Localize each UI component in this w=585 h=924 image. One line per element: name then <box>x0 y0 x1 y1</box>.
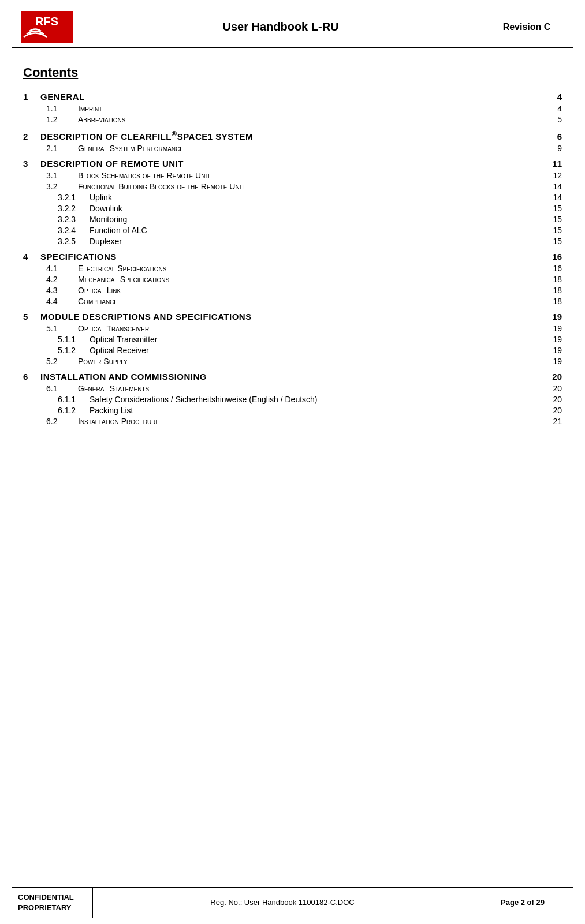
toc-sub2-num-3-2-2: 3.2.2 <box>58 204 90 213</box>
toc-section-1: 1 GENERAL 4 1.1 Imprint 4 1.2 Abbreviati… <box>23 92 562 124</box>
toc-sub-page-5-2: 19 <box>545 357 562 366</box>
confidential-label: CONFIDENTIAL <box>18 892 87 903</box>
toc-sub2-5-1-2: 5.1.2 Optical Receiver 19 <box>23 346 562 355</box>
toc-label-5: MODULE DESCRIPTIONS AND SPECIFICATIONS <box>40 312 545 321</box>
toc-page-2: 6 <box>545 132 562 141</box>
toc-sub-label-1-2: Abbreviations <box>78 115 545 124</box>
toc-sub-label-6-1: General Statements <box>78 384 545 393</box>
toc-num-2: 2 <box>23 132 40 141</box>
toc-sub-5-2: 5.2 Power Supply 19 <box>23 357 562 366</box>
revision-label: Revision C <box>480 6 573 47</box>
toc-sub2-num-6-1-1: 6.1.1 <box>58 395 90 404</box>
toc-sub-1-1: 1.1 Imprint 4 <box>23 104 562 113</box>
toc-sub2-6-1-1: 6.1.1 Safety Considerations / Sicherheit… <box>23 395 562 404</box>
toc-sub-label-5-2: Power Supply <box>78 357 545 366</box>
toc-sub2-3-2-2: 3.2.2 Downlink 15 <box>23 204 562 213</box>
toc-sub-num-4-4: 4.4 <box>46 297 78 306</box>
toc-sub-page-4-4: 18 <box>545 297 562 306</box>
toc-sub2-num-3-2-5: 3.2.5 <box>58 237 90 246</box>
toc-sub2-page-3-2-5: 15 <box>545 237 562 246</box>
toc-sub2-label-3-2-1: Uplink <box>90 193 545 202</box>
toc-sub2-5-1-1: 5.1.1 Optical Transmitter 19 <box>23 335 562 344</box>
toc-sub2-label-3-2-3: Monitoring <box>90 215 545 224</box>
toc-sub-page-4-3: 18 <box>545 286 562 295</box>
toc-sub2-6-1-2: 6.1.2 Packing List 20 <box>23 406 562 415</box>
toc-section-4: 4 SPECIFICATIONS 16 4.1 Electrical Speci… <box>23 252 562 306</box>
toc-sub-page-6-1: 20 <box>545 384 562 393</box>
toc-num-3: 3 <box>23 159 40 169</box>
toc-sub-num-4-2: 4.2 <box>46 275 78 284</box>
toc-sub-page-3-2: 14 <box>545 182 562 191</box>
toc-num-5: 5 <box>23 312 40 321</box>
toc-label-4: SPECIFICATIONS <box>40 252 545 261</box>
document-title: User Handbook L-RU <box>81 6 480 47</box>
toc-sub-page-3-1: 12 <box>545 171 562 180</box>
toc-sub2-page-5-1-2: 19 <box>545 346 562 355</box>
toc-sub2-3-2-4: 3.2.4 Function of ALC 15 <box>23 226 562 235</box>
toc-sub-label-3-2: Functional Building Blocks of the Remote… <box>78 182 545 191</box>
toc-sub2-page-3-2-4: 15 <box>545 226 562 235</box>
toc-sub2-label-3-2-5: Duplexer <box>90 237 545 246</box>
toc-sub2-num-6-1-2: 6.1.2 <box>58 406 90 415</box>
toc-sub2-label-6-1-2: Packing List <box>90 406 545 415</box>
toc-sub-num-3-2: 3.2 <box>46 182 78 191</box>
logo-container: RFS <box>12 6 81 47</box>
page-footer: CONFIDENTIAL PROPRIETARY Reg. No.: User … <box>12 887 573 918</box>
toc-sub2-page-6-1-1: 20 <box>545 395 562 404</box>
toc-sub-label-4-3: Optical Link <box>78 286 545 295</box>
toc-page-6: 20 <box>545 372 562 381</box>
toc-sub2-num-3-2-3: 3.2.3 <box>58 215 90 224</box>
toc-sub-num-4-1: 4.1 <box>46 264 78 273</box>
toc-label-6: INSTALLATION AND COMMISSIONING <box>40 372 545 381</box>
toc-sub2-3-2-3: 3.2.3 Monitoring 15 <box>23 215 562 224</box>
toc-num-6: 6 <box>23 372 40 381</box>
toc-sub2-label-5-1-1: Optical Transmitter <box>90 335 545 344</box>
toc-section-5: 5 MODULE DESCRIPTIONS AND SPECIFICATIONS… <box>23 312 562 366</box>
toc-sub-num-5-1: 5.1 <box>46 324 78 333</box>
toc-sub-4-4: 4.4 Compliance 18 <box>23 297 562 306</box>
toc-page-4: 16 <box>545 252 562 261</box>
toc-main-3: 3 DESCRIPTION OF REMOTE UNIT 11 <box>23 159 562 169</box>
toc-sub-page-1-1: 4 <box>545 104 562 113</box>
toc-sub2-num-5-1-1: 5.1.1 <box>58 335 90 344</box>
toc-sub-page-1-2: 5 <box>545 115 562 124</box>
toc-sub-num-6-2: 6.2 <box>46 417 78 426</box>
page-header: RFS User Handbook L-RU Revision C <box>12 6 573 48</box>
toc-sub-num-4-3: 4.3 <box>46 286 78 295</box>
toc-sub-3-1: 3.1 Block Schematics of the Remote Unit … <box>23 171 562 180</box>
proprietary-label: PROPRIETARY <box>18 903 87 913</box>
toc-sub-num-2-1: 2.1 <box>46 144 78 153</box>
toc-num-4: 4 <box>23 252 40 261</box>
toc-sub2-3-2-1: 3.2.1 Uplink 14 <box>23 193 562 202</box>
toc-sub-4-1: 4.1 Electrical Specifications 16 <box>23 264 562 273</box>
toc-sub2-page-6-1-2: 20 <box>545 406 562 415</box>
toc-sub-page-6-2: 21 <box>545 417 562 426</box>
toc-sub-num-1-2: 1.2 <box>46 115 78 124</box>
toc-sub2-page-3-2-3: 15 <box>545 215 562 224</box>
toc-sub2-label-3-2-4: Function of ALC <box>90 226 545 235</box>
toc-title: Contents <box>23 65 562 80</box>
toc-sub2-page-5-1-1: 19 <box>545 335 562 344</box>
toc-sub-2-1: 2.1 General System Performance 9 <box>23 144 562 153</box>
toc-page-3: 11 <box>545 159 562 169</box>
toc-main-2: 2 DESCRIPTION OF CLEARFILL®SPACE1 SYSTEM… <box>23 130 562 141</box>
toc-label-3: DESCRIPTION OF REMOTE UNIT <box>40 159 545 169</box>
footer-reg-no: Reg. No.: User Handbook 1100182-C.DOC <box>93 888 472 918</box>
toc-section-6: 6 INSTALLATION AND COMMISSIONING 20 6.1 … <box>23 372 562 426</box>
toc-sub-label-5-1: Optical Transceiver <box>78 324 545 333</box>
svg-text:RFS: RFS <box>35 15 58 28</box>
footer-page: Page 2 of 29 <box>472 888 573 918</box>
toc-page-5: 19 <box>545 312 562 321</box>
toc-page-1: 4 <box>545 92 562 102</box>
toc-sub-label-4-2: Mechanical Specifications <box>78 275 545 284</box>
toc-label-1: GENERAL <box>40 92 545 102</box>
toc-sub-6-1: 6.1 General Statements 20 <box>23 384 562 393</box>
toc-section-2: 2 DESCRIPTION OF CLEARFILL®SPACE1 SYSTEM… <box>23 130 562 153</box>
toc-sub-label-4-4: Compliance <box>78 297 545 306</box>
toc-sub-1-2: 1.2 Abbreviations 5 <box>23 115 562 124</box>
toc-sub-4-3: 4.3 Optical Link 18 <box>23 286 562 295</box>
toc-sub2-label-5-1-2: Optical Receiver <box>90 346 545 355</box>
toc-sub-page-4-2: 18 <box>545 275 562 284</box>
table-of-contents: Contents 1 GENERAL 4 1.1 Imprint 4 1.2 A… <box>23 65 562 426</box>
toc-sub2-3-2-5: 3.2.5 Duplexer 15 <box>23 237 562 246</box>
